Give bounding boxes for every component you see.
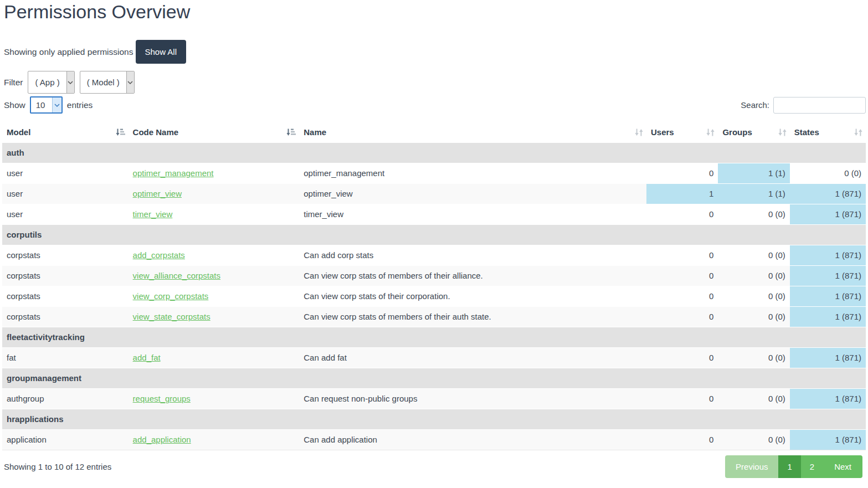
code-name-cell: view_corp_corpstats bbox=[129, 286, 300, 307]
applied-permissions-note: Showing only applied permissions bbox=[4, 47, 133, 57]
table-row: corpstatsadd_corpstatsCan add corp stats… bbox=[2, 245, 866, 266]
entries-label: entries bbox=[67, 100, 93, 110]
table-row: corpstatsview_alliance_corpstatsCan view… bbox=[2, 266, 866, 286]
show-all-button[interactable]: Show All bbox=[136, 40, 187, 64]
table-header-row: ModelCode NameNameUsersGroupsStates bbox=[2, 122, 866, 143]
table-row: useroptimer_managementoptimer_management… bbox=[2, 163, 866, 184]
permission-link[interactable]: view_alliance_corpstats bbox=[133, 271, 220, 280]
table-row: corpstatsview_state_corpstatsCan view co… bbox=[2, 307, 866, 327]
permissions-overview-page: Permissions Overview Showing only applie… bbox=[0, 1, 868, 478]
code-name-cell: request_groups bbox=[129, 389, 300, 409]
groups-cell: 0 (0) bbox=[718, 348, 789, 368]
column-header-name[interactable]: Name bbox=[299, 122, 646, 143]
permissions-table: ModelCode NameNameUsersGroupsStates auth… bbox=[2, 122, 866, 450]
code-name-cell: optimer_management bbox=[129, 163, 300, 184]
name-cell: Can add application bbox=[299, 430, 646, 450]
column-header-code-name[interactable]: Code Name bbox=[129, 122, 300, 143]
app-filter-select[interactable]: ( App ) bbox=[28, 71, 74, 94]
users-cell: 1 bbox=[646, 184, 718, 204]
name-cell: Can add fat bbox=[299, 348, 646, 368]
permission-link[interactable]: view_state_corpstats bbox=[133, 312, 210, 321]
column-header-model[interactable]: Model bbox=[2, 122, 129, 143]
model-filter-value: ( Model ) bbox=[80, 71, 126, 93]
name-cell: Can add corp stats bbox=[299, 245, 646, 266]
permission-link[interactable]: timer_view bbox=[133, 209, 173, 219]
table-row: applicationadd_applicationCan add applic… bbox=[2, 430, 866, 450]
model-filter-select[interactable]: ( Model ) bbox=[80, 71, 135, 94]
page-title: Permissions Overview bbox=[4, 1, 866, 23]
column-label: Users bbox=[651, 127, 674, 137]
filter-row: Filter ( App ) ( Model ) bbox=[4, 71, 866, 94]
pagination-page-1[interactable]: 1 bbox=[778, 455, 800, 478]
group-header-cell: groupmanagement bbox=[2, 368, 866, 389]
states-cell: 1 (871) bbox=[790, 266, 866, 286]
groups-cell: 0 (0) bbox=[718, 286, 789, 307]
code-name-cell: add_application bbox=[129, 430, 300, 450]
pagination-next[interactable]: Next bbox=[823, 455, 862, 478]
permission-link[interactable]: optimer_management bbox=[133, 168, 214, 178]
code-name-cell: optimer_view bbox=[129, 184, 300, 204]
column-header-groups[interactable]: Groups bbox=[718, 122, 789, 143]
model-cell: corpstats bbox=[2, 307, 129, 327]
permission-link[interactable]: optimer_view bbox=[133, 189, 182, 198]
groups-cell: 0 (0) bbox=[718, 245, 789, 266]
column-label: Code Name bbox=[133, 127, 179, 137]
group-header-cell: hrapplications bbox=[2, 409, 866, 430]
name-cell: optimer_management bbox=[299, 163, 646, 184]
users-cell: 0 bbox=[646, 430, 718, 450]
show-label: Show bbox=[4, 100, 25, 110]
pagination: Previous12Next bbox=[725, 455, 862, 478]
permission-link[interactable]: view_corp_corpstats bbox=[133, 291, 209, 301]
model-cell: corpstats bbox=[2, 245, 129, 266]
chevron-down-icon bbox=[126, 71, 134, 93]
model-cell: user bbox=[2, 184, 129, 204]
states-cell: 1 (871) bbox=[790, 348, 866, 368]
column-label: States bbox=[794, 127, 819, 137]
table-row: authgrouprequest_groupsCan request non-p… bbox=[2, 389, 866, 409]
sort-desc-icon bbox=[286, 128, 296, 136]
page-length-select[interactable]: 10 bbox=[30, 96, 63, 114]
name-cell: Can view corp stats of members of their … bbox=[299, 266, 646, 286]
pagination-previous[interactable]: Previous bbox=[725, 455, 778, 478]
group-header-cell: auth bbox=[2, 143, 866, 163]
name-cell: timer_view bbox=[299, 204, 646, 225]
states-cell: 1 (871) bbox=[790, 286, 866, 307]
applied-permissions-row: Showing only applied permissions Show Al… bbox=[4, 40, 866, 64]
states-cell: 1 (871) bbox=[790, 204, 866, 225]
users-cell: 0 bbox=[646, 389, 718, 409]
column-header-users[interactable]: Users bbox=[646, 122, 718, 143]
sort-both-icon bbox=[854, 128, 862, 136]
chevron-down-icon bbox=[66, 71, 74, 93]
users-cell: 0 bbox=[646, 348, 718, 368]
group-header-row-hrapplications: hrapplications bbox=[2, 409, 866, 430]
filter-label: Filter bbox=[4, 78, 23, 88]
column-label: Model bbox=[7, 127, 30, 137]
permission-link[interactable]: add_application bbox=[133, 435, 191, 444]
search-input[interactable] bbox=[773, 97, 866, 114]
chevron-down-icon bbox=[52, 97, 61, 112]
groups-cell: 1 (1) bbox=[718, 163, 789, 184]
groups-cell: 1 (1) bbox=[718, 184, 789, 204]
pagination-page-2[interactable]: 2 bbox=[801, 455, 823, 478]
permission-link[interactable]: add_corpstats bbox=[133, 250, 185, 260]
states-cell: 1 (871) bbox=[790, 430, 866, 450]
entries-info-text: Showing 1 to 10 of 12 entries bbox=[4, 462, 111, 471]
permission-link[interactable]: add_fat bbox=[133, 353, 161, 362]
model-cell: user bbox=[2, 163, 129, 184]
code-name-cell: add_corpstats bbox=[129, 245, 300, 266]
sort-desc-icon bbox=[116, 128, 125, 136]
group-header-cell: corputils bbox=[2, 225, 866, 245]
groups-cell: 0 (0) bbox=[718, 266, 789, 286]
model-cell: corpstats bbox=[2, 286, 129, 307]
users-cell: 0 bbox=[646, 204, 718, 225]
code-name-cell: view_state_corpstats bbox=[129, 307, 300, 327]
states-cell: 1 (871) bbox=[790, 245, 866, 266]
table-row: usertimer_viewtimer_view00 (0)1 (871) bbox=[2, 204, 866, 225]
name-cell: Can view corp stats of their corporation… bbox=[299, 286, 646, 307]
group-header-row-groupmanagement: groupmanagement bbox=[2, 368, 866, 389]
users-cell: 0 bbox=[646, 266, 718, 286]
groups-cell: 0 (0) bbox=[718, 204, 789, 225]
permission-link[interactable]: request_groups bbox=[133, 394, 191, 403]
column-label: Groups bbox=[722, 127, 752, 137]
column-header-states[interactable]: States bbox=[790, 122, 866, 143]
